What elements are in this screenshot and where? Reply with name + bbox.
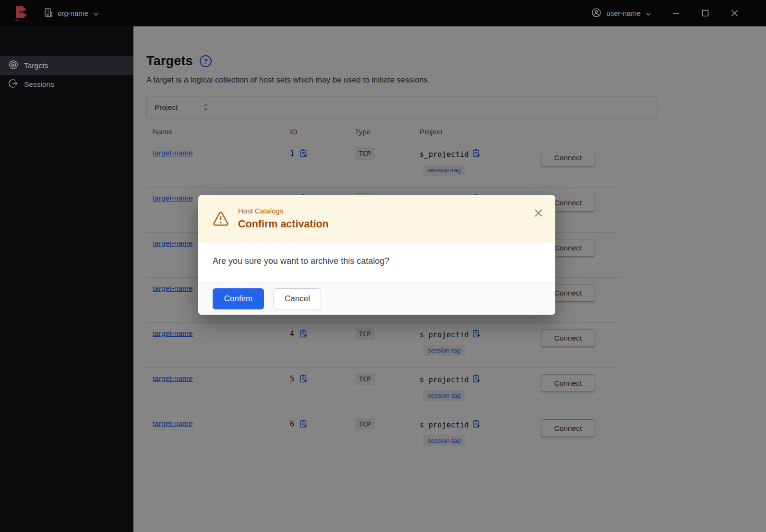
dialog-context-label: Host Catalogs: [238, 207, 329, 215]
minimize-button[interactable]: [672, 10, 680, 17]
user-name-label: user-name: [606, 9, 641, 17]
org-switcher[interactable]: org-name: [44, 8, 99, 19]
boundary-logo-icon: [13, 5, 30, 22]
sidebar-item-targets[interactable]: Targets: [0, 56, 133, 75]
sidebar: Targets Sessions: [0, 26, 133, 532]
chevron-down-icon: [93, 9, 99, 17]
dialog-title: Confirm activation: [238, 218, 329, 230]
confirm-dialog: Host Catalogs Confirm activation Are you…: [198, 195, 555, 315]
close-window-button[interactable]: [731, 10, 738, 17]
chevron-down-icon: [646, 9, 651, 17]
confirm-button[interactable]: Confirm: [213, 288, 264, 309]
dialog-message: Are you sure you want to archive this ca…: [213, 256, 389, 266]
maximize-button[interactable]: [702, 10, 709, 17]
warning-icon: [213, 211, 229, 226]
user-menu[interactable]: user-name: [591, 8, 651, 19]
sidebar-item-label: Sessions: [24, 80, 54, 89]
dialog-footer: Confirm Cancel: [198, 283, 555, 315]
titlebar: org-name user-name: [0, 0, 766, 26]
cancel-button[interactable]: Cancel: [274, 288, 321, 309]
dialog-close-button[interactable]: [534, 209, 543, 217]
target-icon: [9, 60, 18, 71]
user-icon: [591, 8, 601, 19]
sidebar-item-label: Targets: [24, 61, 48, 70]
sign-in-icon: [9, 79, 18, 90]
dialog-header: Host Catalogs Confirm activation: [198, 195, 555, 243]
sidebar-item-sessions[interactable]: Sessions: [0, 75, 133, 94]
org-icon: [44, 8, 53, 19]
org-name-label: org-name: [58, 9, 88, 17]
